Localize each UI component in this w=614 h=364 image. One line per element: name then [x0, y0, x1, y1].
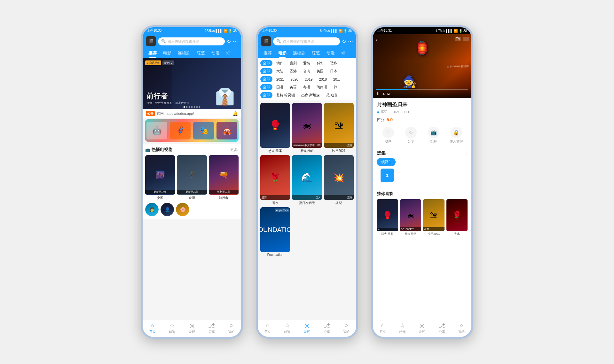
filter-english[interactable]: 英语 — [287, 84, 299, 90]
player-progress-bar[interactable] — [376, 89, 468, 90]
bottom-nav-select-2[interactable]: ☆ 精选 — [278, 322, 297, 334]
filter-2018[interactable]: 2018 — [316, 77, 329, 82]
action-collect[interactable]: ♡ 收藏 — [377, 127, 399, 144]
movie-card-foundation[interactable]: FOUNDATION Apple TV+ Foundation — [260, 207, 290, 257]
video-player-3[interactable]: 🏮 🧙 ‹ TV ⋯ 台剧·1080P·按钮弹 ⏸ 37:42 — [373, 34, 471, 98]
filter-korean[interactable]: 韩... — [331, 84, 342, 90]
bottom-nav-discover-2[interactable]: ◎ 发现 — [297, 322, 317, 334]
filter-action[interactable]: 动作 — [274, 60, 286, 66]
bottom-nav-discover-1[interactable]: ◎ 发现 — [182, 322, 202, 334]
avatar-1[interactable]: 👩 — [145, 203, 159, 216]
bottom-nav-home-2[interactable]: ⌂ 首页 — [258, 322, 278, 334]
rec-item-4[interactable]: 🌹 香水 — [446, 199, 468, 236]
filter-jp[interactable]: 日本 — [327, 68, 340, 74]
action-group[interactable]: 🔒 加入群聊 — [445, 127, 468, 144]
battery-level-2: 38 — [348, 29, 352, 33]
bottom-nav-share-3[interactable]: ⎇ 分享 — [432, 322, 452, 334]
rec-item-3[interactable]: 🏜 正片 沙丘2021 — [423, 199, 445, 236]
tv-btn-3[interactable]: TV — [455, 37, 461, 41]
menu-icon-2[interactable]: ⋯ — [348, 38, 353, 44]
filter-scifi[interactable]: 科幻 — [314, 60, 326, 66]
movie-card-jidao[interactable]: 🏍 BD1080P中文字幕HD 极盗行动 — [292, 103, 322, 153]
bottom-nav-profile-1[interactable]: ○ 我的 — [221, 322, 241, 334]
filter-us[interactable]: 美国 — [314, 68, 326, 74]
tab-anime-1[interactable]: 动漫 — [208, 48, 223, 58]
bottom-nav-select-1[interactable]: ☆ 精选 — [162, 322, 182, 334]
movie-card-polie[interactable]: 💥 正片 破裂 — [324, 155, 354, 205]
search-box-1[interactable]: 🔍 输入关键词搜索片源 — [158, 37, 225, 45]
filter-all-lang[interactable]: 全部 — [260, 84, 272, 90]
tab-movie-2[interactable]: 电影 — [275, 48, 290, 58]
bottom-nav-home-1[interactable]: ⌂ 首页 — [143, 322, 162, 334]
action-cast[interactable]: 📺 投屏 — [422, 127, 445, 144]
tab-recommend-2[interactable]: 推荐 — [260, 48, 275, 58]
tab-anime-2[interactable]: 动漫 — [323, 48, 338, 58]
filter-horror[interactable]: 恐怖 — [327, 60, 340, 66]
filter-mandarin[interactable]: 国语 — [274, 84, 286, 90]
filter-cantonese[interactable]: 粤语 — [301, 84, 313, 90]
filter-actor3[interactable]: 范·迪塞 — [324, 92, 340, 98]
refresh-icon-1[interactable]: ↻ — [227, 38, 231, 44]
filter-hk[interactable]: 香港 — [287, 68, 299, 74]
tab-recommend-1[interactable]: 推荐 — [145, 48, 160, 58]
hot-movie-1[interactable]: 🌆 更新至17集 突围 — [145, 155, 175, 200]
tab-series-1[interactable]: 连续剧 — [175, 48, 193, 58]
filter-all-genre[interactable]: 全部 — [260, 60, 272, 66]
menu-icon-1[interactable]: ⋯ — [233, 38, 238, 44]
tab-movie-1[interactable]: 电影 — [160, 48, 175, 58]
episode-1-btn[interactable]: 1 — [381, 169, 394, 182]
bell-icon-1[interactable]: 🔔 — [232, 111, 238, 116]
search-box-2[interactable]: 🔍 输入关键词搜索片源 — [273, 37, 340, 45]
hot-movie-3[interactable]: 🔫 更新至21集 前行者 — [209, 155, 239, 200]
movie-card-nuohuo[interactable]: 🥊 怒火·重案 — [260, 103, 290, 153]
filter-actor2[interactable]: 杰森·斯坦森 — [299, 92, 322, 98]
tab-variety-1[interactable]: 综艺 — [193, 48, 208, 58]
bottom-nav-profile-2[interactable]: ○ 我的 — [336, 322, 356, 334]
bottom-nav-share-1[interactable]: ⎇ 分享 — [202, 322, 222, 334]
filter-tw[interactable]: 台湾 — [301, 68, 313, 74]
tab-series-2[interactable]: 连续剧 — [290, 48, 309, 58]
filter-romance[interactable]: 爱情 — [301, 60, 313, 66]
filter-all-actor[interactable]: 全部 — [260, 92, 272, 98]
pause-icon-3[interactable]: ⏸ — [376, 91, 381, 96]
filter-2020[interactable]: 2020 — [288, 77, 301, 82]
filter-comedy[interactable]: 喜剧 — [287, 60, 299, 66]
movie-card-shaqiu[interactable]: 🏜 正片 沙丘2021 — [324, 103, 354, 153]
status-time-2: 上午10:30 — [262, 28, 277, 33]
avatar-2[interactable]: 👤 — [161, 203, 174, 216]
rec-item-1[interactable]: 🥊 HD 怒火·重案 — [377, 199, 398, 236]
avatar-3[interactable]: 🌸 — [176, 203, 189, 216]
more-btn-hot[interactable]: 更多 › — [230, 147, 239, 152]
bottom-nav-select-3[interactable]: ☆ 精选 — [393, 322, 413, 334]
filter-minnan[interactable]: 闽南语 — [314, 84, 330, 90]
settings-btn-3[interactable]: ⋯ — [463, 37, 469, 41]
bottom-nav-home-3[interactable]: ⌂ 首页 — [373, 322, 393, 334]
episode-arrow-icon[interactable]: › — [466, 151, 468, 156]
movie-card-xiari[interactable]: 🌊 正片 夏日友晴天 — [292, 155, 322, 205]
bottom-nav-discover-3[interactable]: ◎ 发现 — [412, 322, 432, 334]
bottom-nav-share-2[interactable]: ⎇ 分享 — [317, 322, 337, 334]
refresh-icon-2[interactable]: ↻ — [342, 38, 346, 44]
tab-short-1[interactable]: 短 — [223, 48, 233, 58]
bottom-nav-profile-3[interactable]: ○ 我的 — [452, 322, 471, 334]
rec-item-2[interactable]: 🏍 BD1080P中... 极盗行动 — [400, 199, 421, 236]
filter-2021[interactable]: 2021 — [274, 77, 287, 82]
movie-badge-jidao: BD1080P中文字幕HD — [292, 143, 322, 148]
hot-movie-2[interactable]: 🕴 更新至21集 逆局 — [177, 155, 207, 200]
filter-2017[interactable]: 20... — [331, 77, 342, 82]
filter-all-region[interactable]: 全部 — [260, 68, 272, 74]
filter-actor1[interactable]: 基特·哈灵顿 — [274, 92, 297, 98]
banner-1[interactable]: 👔 V 腾讯视频 新光TV 前行者 张鲁一冒近生死克死任前进砰砰砰 — [143, 58, 241, 109]
tab-short-2[interactable]: 短 — [338, 48, 348, 58]
filter-2019[interactable]: 2019 — [302, 77, 315, 82]
back-icon-3[interactable]: ‹ — [375, 37, 377, 43]
share-icon-1: ⎇ — [208, 322, 215, 329]
route-1-btn[interactable]: 线路1 — [377, 158, 396, 166]
tab-variety-2[interactable]: 综艺 — [309, 48, 323, 58]
movie-card-xiangshui[interactable]: 🌹 超清 香水 — [260, 155, 290, 205]
filter-mainland[interactable]: 大陆 — [274, 68, 286, 74]
ad-banner-1[interactable]: 🤖 🦸 🎭 🎪 — [145, 119, 239, 142]
filter-all-year[interactable]: 全部 — [260, 76, 272, 82]
action-share[interactable]: ↻ 分享 — [399, 127, 422, 144]
status-time-1: 上午10:30 — [147, 28, 161, 33]
